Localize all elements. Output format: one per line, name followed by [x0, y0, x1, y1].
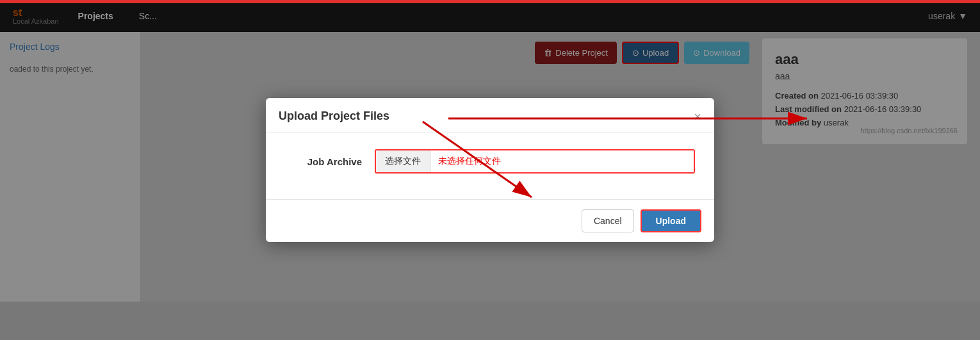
file-name-display: 未选择任何文件: [430, 150, 694, 172]
form-group-job-archive: Job Archive 选择文件 未选择任何文件: [285, 149, 695, 174]
upload-modal: Upload Project Files × Job Archive 选择文件 …: [266, 98, 714, 242]
cancel-button[interactable]: Cancel: [582, 209, 634, 232]
modal-close-button[interactable]: ×: [694, 110, 701, 123]
modal-upload-button[interactable]: Upload: [641, 209, 701, 232]
file-choose-button[interactable]: 选择文件: [376, 150, 430, 172]
modal-title: Upload Project Files: [279, 109, 389, 123]
top-stripe: [0, 0, 980, 3]
modal-body: Job Archive 选择文件 未选择任何文件: [266, 133, 714, 199]
modal-footer: Cancel Upload: [266, 199, 714, 242]
modal-header: Upload Project Files ×: [266, 98, 714, 133]
file-input-wrapper: 选择文件 未选择任何文件: [375, 149, 695, 174]
modal-overlay: Upload Project Files × Job Archive 选择文件 …: [0, 0, 980, 340]
job-archive-label: Job Archive: [285, 156, 362, 167]
